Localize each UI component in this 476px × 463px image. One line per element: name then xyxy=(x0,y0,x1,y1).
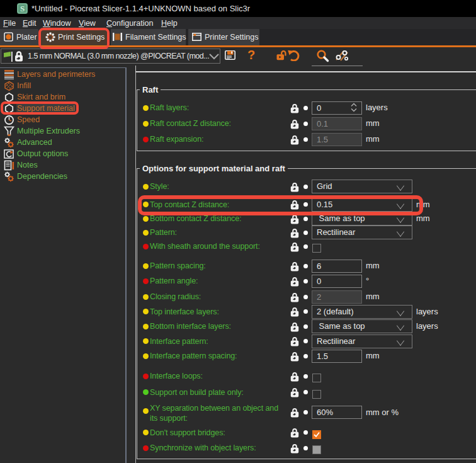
svg-text:S: S xyxy=(20,4,25,13)
